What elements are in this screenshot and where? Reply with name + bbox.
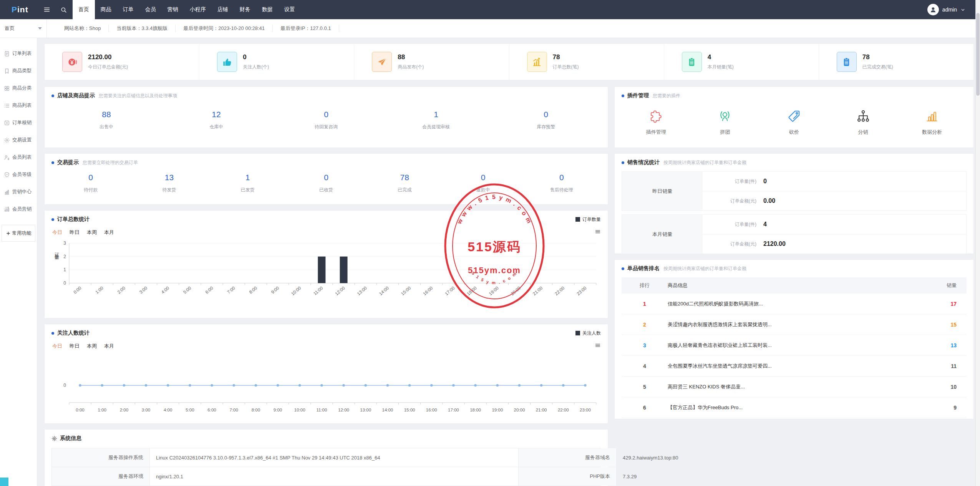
sidebar-item-5[interactable]: 交易设置 <box>0 131 37 149</box>
stat-card-1: 0 关注人数(个) <box>199 44 354 80</box>
sales-period-label: 本月销量 <box>622 215 703 254</box>
stat-card-label: 订单总数(笔) <box>553 64 579 70</box>
sidebar-item-4[interactable]: 订单核销 <box>0 114 37 131</box>
sidebar-item-7[interactable]: 会员等级 <box>0 166 37 183</box>
nav-tab-3[interactable]: 会员 <box>139 0 162 19</box>
follower-chart-tab-0[interactable]: 今日 <box>52 343 62 350</box>
stat-card-icon-box <box>527 52 547 72</box>
user-menu[interactable]: admin <box>927 0 980 19</box>
system-info-value: Linux C20240326104776 3.10.0-957.1.3.el7… <box>150 448 519 467</box>
rank-number: 4 <box>622 363 668 369</box>
scrollbar-track[interactable] <box>975 0 980 486</box>
order-chart-legend[interactable]: 订单数量 <box>575 216 601 223</box>
svg-text:4:00: 4:00 <box>161 285 170 295</box>
add-shortcut-label: 常用功能 <box>12 230 32 237</box>
logo-text: int <box>17 5 28 14</box>
trade-stat-4: 78 已完成 <box>365 173 444 193</box>
plugin-item-4[interactable]: 数据分析 <box>897 109 967 136</box>
rank-row-2[interactable]: 3 南极人轻奢藏青色连衣裙职业裙上班工装时装... 13 <box>622 335 967 356</box>
rank-row-3[interactable]: 4 全包围夏季冰丝汽车坐垫透气凉席凉垫可爱四... 11 <box>622 356 967 377</box>
stat-card-value: 4 <box>708 53 734 61</box>
search-button[interactable] <box>55 0 72 19</box>
plugin-item-2[interactable]: 砍价 <box>759 109 829 136</box>
rank-table: 排行 商品信息 销量 1 佳能200d二代照相机蚂蚁摄影数码高清旅... 17 … <box>622 277 967 418</box>
trade-stat-label: 售后待处理 <box>522 187 601 193</box>
shop-stat-1: 12 仓库中 <box>161 110 271 130</box>
panel-dot-icon <box>622 267 624 270</box>
trade-stat-value: 0 <box>444 173 522 182</box>
trade-stat-label: 待发货 <box>130 187 208 193</box>
thumb-up-icon <box>222 57 232 67</box>
sidebar-item-6[interactable]: 会员列表 <box>0 149 37 166</box>
panel-dot-icon <box>51 95 54 97</box>
product-name: 南极人轻奢藏青色连衣裙职业裙上班工装时装... <box>668 342 914 349</box>
plugin-item-0[interactable]: 插件管理 <box>622 109 691 136</box>
sidebar-item-0[interactable]: 订单列表 <box>0 45 37 62</box>
nav-tab-4[interactable]: 营销 <box>162 0 184 19</box>
trade-stat-2: 1 已发货 <box>209 173 287 193</box>
sales-count: 9 <box>914 405 967 411</box>
rank-row-5[interactable]: 6 【官方正品】华为FreeBuds Pro... 9 <box>622 397 967 418</box>
add-shortcut-button[interactable]: 常用功能 <box>2 225 35 242</box>
svg-text:17:00: 17:00 <box>448 408 459 412</box>
follower-chart-tab-3[interactable]: 本月 <box>104 343 114 350</box>
nav-tab-6[interactable]: 店铺 <box>212 0 234 19</box>
svg-text:0: 0 <box>63 383 66 388</box>
svg-text:5:00: 5:00 <box>186 408 194 412</box>
order-chart-tab-2[interactable]: 本周 <box>87 229 97 236</box>
trade-stat-3: 0 已收货 <box>287 173 365 193</box>
svg-text:6:00: 6:00 <box>207 408 216 412</box>
svg-text:2:00: 2:00 <box>116 285 126 295</box>
svg-text:7:00: 7:00 <box>230 408 238 412</box>
puzzle-icon <box>649 109 663 123</box>
sidebar-item-8[interactable]: 营销中心 <box>0 183 37 201</box>
order-chart-tab-0[interactable]: 今日 <box>52 229 62 236</box>
panel-dot-icon <box>622 95 624 97</box>
stat-card-icon-box <box>837 52 857 72</box>
svg-text:2: 2 <box>63 254 66 259</box>
svg-text:3: 3 <box>63 241 66 246</box>
sidebar-item-1[interactable]: 商品类型 <box>0 62 37 80</box>
order-chart-tab-1[interactable]: 昨日 <box>70 229 80 236</box>
chart-menu-button[interactable] <box>595 229 601 236</box>
nav-tab-5[interactable]: 小程序 <box>184 0 212 19</box>
system-info-row-0: 服务器操作系统 Linux C20240326104776 3.10.0-957… <box>52 448 600 467</box>
user-list-icon <box>4 154 10 161</box>
site-info-item-3: 最后登录IP：127.0.0.1 <box>273 25 339 32</box>
section-select[interactable]: 首页 <box>0 19 47 38</box>
follower-chart-tab-2[interactable]: 本周 <box>87 343 97 350</box>
sidebar-item-2[interactable]: 商品分类 <box>0 80 37 97</box>
plugin-item-1[interactable]: 拼团 <box>691 109 760 136</box>
svg-text:5:00: 5:00 <box>182 285 192 295</box>
scrollbar-thumb[interactable] <box>976 13 980 96</box>
rank-row-1[interactable]: 2 美涩情趣内衣制服诱惑激情床上套装聚拢透明... 15 <box>622 314 967 335</box>
order-chart-tabs: 今日昨日本周本月 <box>52 229 601 236</box>
svg-text:12:00: 12:00 <box>338 408 349 412</box>
svg-text:10:00: 10:00 <box>294 408 305 412</box>
stat-card-4: 4 本月销量(笔) <box>664 44 819 80</box>
nav-tab-8[interactable]: 数据 <box>256 0 279 19</box>
nav-tab-9[interactable]: 设置 <box>279 0 301 19</box>
nav-tab-1[interactable]: 商品 <box>95 0 117 19</box>
chart-menu-button[interactable] <box>595 342 601 350</box>
svg-text:14:00: 14:00 <box>382 408 393 412</box>
nav-tab-2[interactable]: 订单 <box>117 0 139 19</box>
rank-row-4[interactable]: 5 高田贤三 KENZO KIDS 奢侈品童... 10 <box>622 377 967 397</box>
sidebar-item-3[interactable]: 商品列表 <box>0 97 37 114</box>
order-chart-tab-3[interactable]: 本月 <box>104 229 114 236</box>
rank-row-0[interactable]: 1 佳能200d二代照相机蚂蚁摄影数码高清旅... 17 <box>622 294 967 314</box>
follower-chart-legend[interactable]: 关注人数 <box>575 330 601 337</box>
sidebar-item-9[interactable]: 会员营销 <box>0 201 37 218</box>
plugin-item-3[interactable]: 分销 <box>829 109 898 136</box>
sales-count: 13 <box>914 342 967 348</box>
nav-tab-0[interactable]: 首页 <box>73 0 95 19</box>
nav-tab-7[interactable]: 财务 <box>234 0 256 19</box>
sub-header: 首页 网站名称：Shop当前版本：3.3.4旗舰版最后登录时间：2023-10-… <box>0 19 980 38</box>
svg-text:8:00: 8:00 <box>252 408 260 412</box>
system-info-row-1: 服务器环境 nginx/1.20.1 PHP版本 7.3.29 <box>52 467 600 486</box>
shop-stat-value: 0 <box>491 110 601 119</box>
hamburger-menu-button[interactable] <box>38 0 55 19</box>
system-info-label: PHP版本 <box>519 467 617 486</box>
svg-text:19:00: 19:00 <box>488 285 499 296</box>
follower-chart-tab-1[interactable]: 昨日 <box>70 343 80 350</box>
